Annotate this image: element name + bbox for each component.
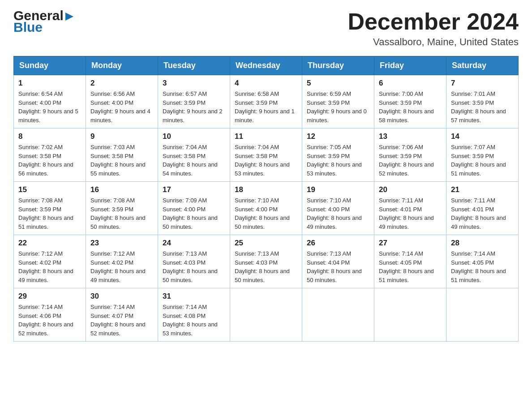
day-number: 25 [235,239,297,248]
day-number: 31 [163,292,225,301]
day-info: Sunrise: 7:04 AMSunset: 3:58 PMDaylight:… [163,143,225,178]
calendar-day-cell: 24 Sunrise: 7:13 AMSunset: 4:03 PMDaylig… [158,235,230,288]
day-number: 12 [307,132,369,141]
col-tuesday: Tuesday [158,56,230,75]
logo: General Blue [13,9,74,34]
calendar-day-cell: 11 Sunrise: 7:04 AMSunset: 3:58 PMDaylig… [230,128,302,182]
calendar-day-cell: 16 Sunrise: 7:08 AMSunset: 3:59 PMDaylig… [86,182,158,235]
day-info: Sunrise: 7:02 AMSunset: 3:58 PMDaylight:… [18,143,81,178]
calendar-week-row: 22 Sunrise: 7:12 AMSunset: 4:02 PMDaylig… [14,235,519,288]
calendar-header: Sunday Monday Tuesday Wednesday Thursday… [14,56,519,75]
calendar-day-cell: 3 Sunrise: 6:57 AMSunset: 3:59 PMDayligh… [158,75,230,128]
day-info: Sunrise: 7:12 AMSunset: 4:02 PMDaylight:… [90,249,153,284]
day-info: Sunrise: 7:14 AMSunset: 4:08 PMDaylight:… [163,303,225,338]
calendar-day-cell [446,288,519,342]
day-number: 18 [235,185,297,194]
calendar-week-row: 15 Sunrise: 7:08 AMSunset: 3:59 PMDaylig… [14,182,519,235]
calendar-day-cell: 13 Sunrise: 7:06 AMSunset: 3:59 PMDaylig… [374,128,446,182]
calendar-day-cell: 18 Sunrise: 7:10 AMSunset: 4:00 PMDaylig… [230,182,302,235]
day-info: Sunrise: 7:11 AMSunset: 4:01 PMDaylight:… [379,196,442,231]
day-number: 11 [235,132,297,141]
day-number: 3 [163,79,225,88]
day-info: Sunrise: 7:14 AMSunset: 4:07 PMDaylight:… [90,303,153,338]
logo-chevron-icon [64,12,74,21]
calendar-day-cell: 7 Sunrise: 7:01 AMSunset: 3:59 PMDayligh… [446,75,519,128]
day-info: Sunrise: 7:13 AMSunset: 4:03 PMDaylight:… [163,249,225,284]
day-number: 1 [18,79,81,88]
calendar-title: December 2024 [348,9,519,34]
day-number: 4 [235,79,297,88]
calendar-body: 1 Sunrise: 6:54 AMSunset: 4:00 PMDayligh… [14,75,519,342]
day-number: 17 [163,185,225,194]
day-number: 16 [90,185,153,194]
col-sunday: Sunday [14,56,86,75]
calendar-day-cell: 20 Sunrise: 7:11 AMSunset: 4:01 PMDaylig… [374,182,446,235]
day-number: 22 [18,239,81,248]
day-number: 15 [18,185,81,194]
calendar-day-cell: 28 Sunrise: 7:14 AMSunset: 4:05 PMDaylig… [446,235,519,288]
location-subtitle: Vassalboro, Maine, United States [348,36,519,48]
day-info: Sunrise: 7:01 AMSunset: 3:59 PMDaylight:… [451,90,514,124]
calendar-day-cell: 23 Sunrise: 7:12 AMSunset: 4:02 PMDaylig… [86,235,158,288]
day-number: 27 [379,239,442,248]
day-info: Sunrise: 7:09 AMSunset: 4:00 PMDaylight:… [163,196,225,231]
day-number: 30 [90,292,153,301]
calendar-table: Sunday Monday Tuesday Wednesday Thursday… [13,56,519,342]
day-info: Sunrise: 7:14 AMSunset: 4:05 PMDaylight:… [379,249,442,284]
calendar-day-cell: 5 Sunrise: 6:59 AMSunset: 3:59 PMDayligh… [302,75,374,128]
logo-blue-text: Blue [13,21,74,34]
calendar-day-cell: 10 Sunrise: 7:04 AMSunset: 3:58 PMDaylig… [158,128,230,182]
calendar-day-cell: 22 Sunrise: 7:12 AMSunset: 4:02 PMDaylig… [14,235,86,288]
calendar-day-cell: 12 Sunrise: 7:05 AMSunset: 3:59 PMDaylig… [302,128,374,182]
day-number: 23 [90,239,153,248]
title-area: December 2024 Vassalboro, Maine, United … [348,9,519,48]
day-info: Sunrise: 6:56 AMSunset: 4:00 PMDaylight:… [90,90,153,124]
day-info: Sunrise: 7:07 AMSunset: 3:59 PMDaylight:… [451,143,514,178]
day-number: 14 [451,132,514,141]
svg-marker-0 [65,13,73,21]
calendar-day-cell: 21 Sunrise: 7:11 AMSunset: 4:01 PMDaylig… [446,182,519,235]
day-number: 21 [451,185,514,194]
calendar-week-row: 29 Sunrise: 7:14 AMSunset: 4:06 PMDaylig… [14,288,519,342]
day-number: 19 [307,185,369,194]
day-info: Sunrise: 7:14 AMSunset: 4:06 PMDaylight:… [18,303,81,338]
day-number: 26 [307,239,369,248]
day-info: Sunrise: 6:54 AMSunset: 4:00 PMDaylight:… [18,90,81,124]
day-number: 5 [307,79,369,88]
day-info: Sunrise: 7:00 AMSunset: 3:59 PMDaylight:… [379,90,442,124]
col-friday: Friday [374,56,446,75]
day-number: 2 [90,79,153,88]
day-info: Sunrise: 7:10 AMSunset: 4:00 PMDaylight:… [307,196,369,231]
day-info: Sunrise: 7:13 AMSunset: 4:04 PMDaylight:… [307,249,369,284]
day-info: Sunrise: 7:05 AMSunset: 3:59 PMDaylight:… [307,143,369,178]
day-info: Sunrise: 7:11 AMSunset: 4:01 PMDaylight:… [451,196,514,231]
calendar-day-cell: 9 Sunrise: 7:03 AMSunset: 3:58 PMDayligh… [86,128,158,182]
calendar-day-cell: 31 Sunrise: 7:14 AMSunset: 4:08 PMDaylig… [158,288,230,342]
day-number: 6 [379,79,442,88]
weekday-header-row: Sunday Monday Tuesday Wednesday Thursday… [14,56,519,75]
calendar-day-cell: 19 Sunrise: 7:10 AMSunset: 4:00 PMDaylig… [302,182,374,235]
calendar-day-cell [230,288,302,342]
calendar-day-cell: 1 Sunrise: 6:54 AMSunset: 4:00 PMDayligh… [14,75,86,128]
day-number: 8 [18,132,81,141]
calendar-day-cell: 6 Sunrise: 7:00 AMSunset: 3:59 PMDayligh… [374,75,446,128]
day-info: Sunrise: 6:59 AMSunset: 3:59 PMDaylight:… [307,90,369,124]
day-info: Sunrise: 7:13 AMSunset: 4:03 PMDaylight:… [235,249,297,284]
calendar-day-cell: 26 Sunrise: 7:13 AMSunset: 4:04 PMDaylig… [302,235,374,288]
day-info: Sunrise: 7:14 AMSunset: 4:05 PMDaylight:… [451,249,514,284]
calendar-day-cell: 29 Sunrise: 7:14 AMSunset: 4:06 PMDaylig… [14,288,86,342]
calendar-day-cell: 15 Sunrise: 7:08 AMSunset: 3:59 PMDaylig… [14,182,86,235]
day-info: Sunrise: 7:06 AMSunset: 3:59 PMDaylight:… [379,143,442,178]
col-monday: Monday [86,56,158,75]
day-info: Sunrise: 6:57 AMSunset: 3:59 PMDaylight:… [163,90,225,124]
calendar-day-cell: 30 Sunrise: 7:14 AMSunset: 4:07 PMDaylig… [86,288,158,342]
col-thursday: Thursday [302,56,374,75]
calendar-day-cell: 25 Sunrise: 7:13 AMSunset: 4:03 PMDaylig… [230,235,302,288]
day-info: Sunrise: 6:58 AMSunset: 3:59 PMDaylight:… [235,90,297,124]
calendar-day-cell: 17 Sunrise: 7:09 AMSunset: 4:00 PMDaylig… [158,182,230,235]
day-number: 13 [379,132,442,141]
calendar-day-cell: 27 Sunrise: 7:14 AMSunset: 4:05 PMDaylig… [374,235,446,288]
calendar-day-cell: 4 Sunrise: 6:58 AMSunset: 3:59 PMDayligh… [230,75,302,128]
day-number: 20 [379,185,442,194]
col-wednesday: Wednesday [230,56,302,75]
